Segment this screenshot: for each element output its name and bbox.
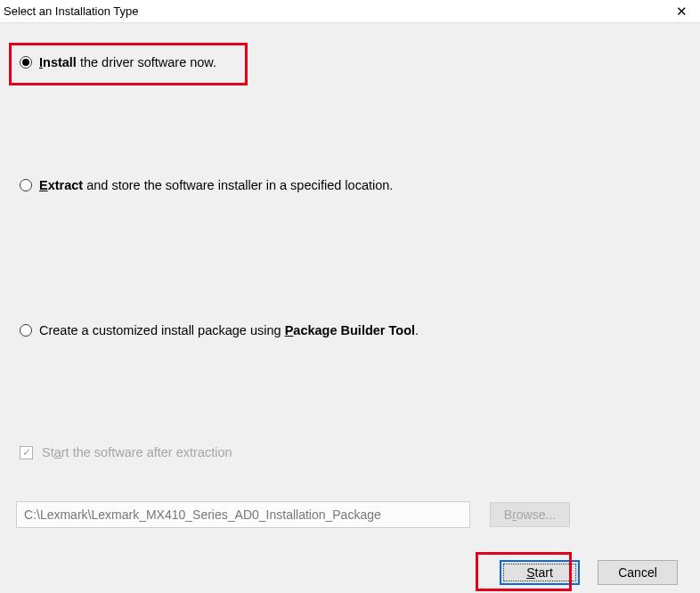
browse-button: Browse...	[490, 502, 570, 527]
titlebar: Select an Installation Type ✕	[0, 0, 700, 23]
option-install-label: Install the driver software now.	[39, 55, 216, 69]
option-install[interactable]: Install the driver software now.	[20, 55, 216, 69]
radio-extract[interactable]	[20, 179, 32, 191]
radio-package[interactable]	[20, 324, 32, 337]
dialog-buttons: Start Cancel	[500, 560, 678, 585]
close-icon[interactable]: ✕	[671, 3, 693, 20]
cancel-button[interactable]: Cancel	[598, 560, 678, 585]
radio-install[interactable]	[20, 56, 32, 69]
start-after-extraction-row: Start the software after extraction	[20, 445, 232, 459]
start-after-extraction-label: Start the software after extraction	[42, 445, 232, 459]
option-extract[interactable]: Extract and store the software installer…	[20, 178, 393, 192]
extraction-path-input	[16, 501, 470, 528]
dialog-content: Install the driver software now. Extract…	[0, 23, 700, 593]
option-package[interactable]: Create a customized install package usin…	[20, 323, 419, 337]
window-title: Select an Installation Type	[4, 4, 139, 18]
path-row: Browse...	[16, 501, 570, 528]
start-after-extraction-checkbox	[20, 446, 33, 459]
option-package-label: Create a customized install package usin…	[39, 323, 419, 337]
option-extract-label: Extract and store the software installer…	[39, 178, 393, 192]
start-button[interactable]: Start	[500, 560, 580, 585]
